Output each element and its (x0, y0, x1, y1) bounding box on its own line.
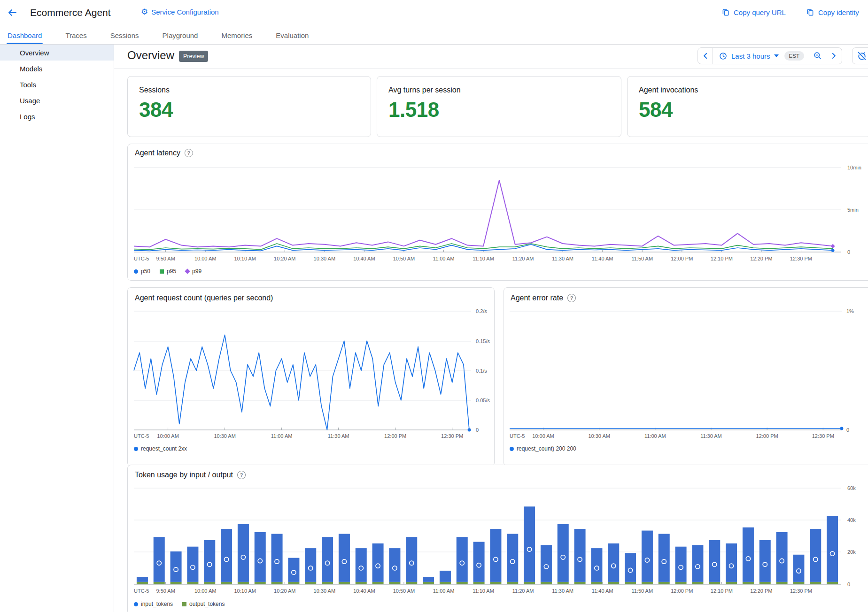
clock-icon (719, 52, 728, 61)
page-head-divider (114, 68, 868, 69)
help-icon[interactable]: ? (237, 471, 246, 479)
metric-card-invocations: Agent invocations 584 (627, 76, 868, 137)
legend-label: p95 (167, 268, 176, 275)
sidebar-item-overview[interactable]: Overview (0, 45, 114, 61)
agent-latency-title: Agent latency ? (135, 149, 193, 157)
back-arrow-icon (7, 7, 18, 18)
gear-icon: ⚙︎ (141, 8, 148, 16)
legend-item-error-series[interactable]: request_count) 200 200 (510, 445, 576, 452)
token-usage-legend: input_tokens output_tokens (134, 601, 225, 607)
app-bar: Ecommerce Agent ⚙︎ Service Configuration… (0, 0, 868, 27)
p99-diamond-icon (185, 268, 190, 274)
chevron-right-icon (829, 51, 838, 61)
sidebar-item-usage[interactable]: Usage (0, 92, 114, 108)
legend-label: input_tokens (141, 601, 173, 607)
zoom-out-button[interactable] (810, 48, 826, 64)
copy-identity-label: Copy identity (818, 8, 859, 16)
metric-card-avg-turns: Avg turns per session 1.518 (377, 76, 621, 137)
copy-query-url-button[interactable]: Copy query URL (721, 8, 786, 16)
legend-item-p99[interactable]: p99 (186, 268, 202, 275)
copy-icon (721, 8, 730, 16)
error-rate-legend: request_count) 200 200 (510, 445, 576, 452)
series-dot-icon (510, 447, 514, 451)
legend-item-input-tokens[interactable]: input_tokens (134, 601, 173, 607)
metric-value: 384 (139, 98, 173, 122)
help-icon[interactable]: ? (567, 294, 576, 302)
service-configuration-label: Service Configuration (151, 8, 218, 16)
sidebar-item-logs[interactable]: Logs (0, 108, 114, 124)
time-back-button[interactable] (698, 48, 713, 64)
input-tokens-dot-icon (134, 602, 138, 606)
copy-identity-button[interactable]: Copy identity (806, 8, 859, 16)
agent-latency-legend: p50 p95 p99 (134, 268, 202, 275)
request-count-legend: request_count 2xx (134, 445, 187, 452)
legend-label: output_tokens (189, 601, 225, 607)
sidebar-item-models[interactable]: Models (0, 61, 114, 76)
output-tokens-square-icon (182, 602, 186, 606)
tab-bar: Dashboard Traces Sessions Playground Mem… (0, 26, 868, 45)
tab-evaluation[interactable]: Evaluation (275, 26, 310, 44)
back-button[interactable] (6, 7, 19, 20)
legend-label: p50 (141, 268, 150, 275)
agent-request-count-panel (127, 287, 495, 467)
token-usage-panel (127, 465, 868, 612)
legend-label: p99 (192, 268, 202, 275)
agent-error-rate-title: Agent error rate ? (511, 294, 576, 302)
auto-refresh-off-icon (857, 51, 867, 61)
tab-playground[interactable]: Playground (162, 26, 199, 44)
legend-item-p95[interactable]: p95 (160, 268, 176, 275)
panel-title-text: Token usage by input / output (135, 471, 233, 479)
metric-value: 1.518 (388, 98, 439, 122)
series-dot-icon (134, 447, 138, 451)
app-title: Ecommerce Agent (30, 7, 111, 18)
service-configuration-link[interactable]: ⚙︎ Service Configuration (141, 8, 219, 16)
token-usage-title: Token usage by input / output ? (135, 471, 246, 479)
chevron-left-icon (701, 51, 710, 61)
time-forward-button[interactable] (826, 48, 842, 64)
legend-item-p50[interactable]: p50 (134, 268, 150, 275)
legend-item-output-tokens[interactable]: output_tokens (182, 601, 225, 607)
tab-sessions[interactable]: Sessions (109, 26, 140, 44)
agent-error-rate-panel (504, 287, 868, 467)
metric-label: Avg turns per session (388, 86, 461, 94)
metric-value: 584 (639, 98, 673, 122)
p95-square-icon (160, 269, 164, 274)
p50-dot-icon (134, 269, 138, 274)
time-range-label: Last 3 hours (731, 52, 770, 60)
agent-latency-panel (127, 144, 868, 281)
sidebar: Overview Models Tools Usage Logs (0, 45, 114, 612)
legend-label: request_count) 200 200 (517, 445, 576, 452)
legend-item-request-count[interactable]: request_count 2xx (134, 445, 187, 452)
metric-card-sessions: Sessions 384 (127, 76, 371, 137)
time-range-control: Last 3 hours EST (698, 47, 842, 64)
metric-label: Agent invocations (639, 86, 698, 94)
copy-query-url-label: Copy query URL (734, 8, 786, 16)
tab-dashboard[interactable]: Dashboard (7, 26, 43, 44)
preview-badge: Preview (179, 51, 208, 62)
zoom-out-icon (813, 51, 822, 61)
legend-label: request_count 2xx (141, 445, 187, 452)
agent-request-count-title: Agent request count (queries per second) (135, 294, 273, 302)
page-title: Overview (127, 49, 174, 62)
panel-title-text: Agent latency (135, 149, 180, 157)
copy-icon (806, 8, 814, 16)
timezone-badge: EST (784, 51, 804, 61)
auto-refresh-off-button[interactable] (852, 47, 868, 64)
help-icon[interactable]: ? (185, 149, 193, 157)
panel-title-text: Agent error rate (511, 294, 563, 302)
panel-title-text: Agent request count (queries per second) (135, 294, 273, 302)
tab-traces[interactable]: Traces (64, 26, 87, 44)
time-range-dropdown[interactable]: Last 3 hours EST (713, 48, 810, 64)
sidebar-item-tools[interactable]: Tools (0, 76, 114, 92)
caret-down-icon (774, 54, 779, 57)
tab-memories[interactable]: Memories (220, 26, 253, 44)
metric-label: Sessions (139, 86, 170, 94)
